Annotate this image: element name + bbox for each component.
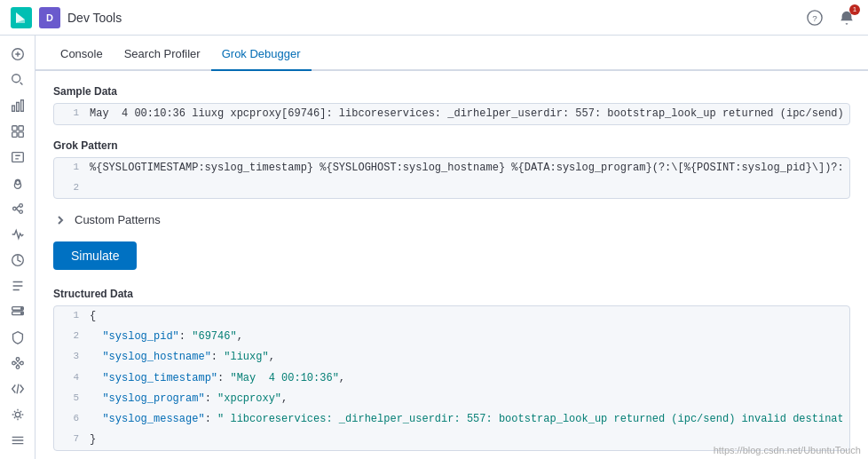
help-button[interactable]: ? [804, 7, 825, 28]
line-number: 4 [61, 370, 79, 386]
tab-search-profiler[interactable]: Search Profiler [114, 37, 211, 71]
app-title: Dev Tools [67, 11, 797, 25]
svg-rect-10 [18, 132, 22, 137]
simulate-button[interactable]: Simulate [53, 241, 137, 270]
svg-point-22 [16, 358, 20, 361]
line-number: 6 [61, 411, 79, 427]
notifications-button[interactable]: 1 [836, 7, 857, 28]
structured-data-line-6: 6 "syslog_message": " libcoreservices: _… [54, 409, 849, 430]
structured-data-label: Structured Data [53, 288, 850, 300]
grok-pattern-line-1: 1 %{SYSLOGTIMESTAMP:syslog_timestamp} %{… [54, 158, 849, 178]
svg-rect-8 [18, 125, 22, 130]
sidebar-icon-devtools[interactable] [4, 378, 32, 400]
line-content: May 4 00:10:36 liuxg xpcproxy[69746]: li… [90, 106, 842, 123]
structured-data-line-3: 3 "syslog_hostname": "liuxg", [54, 347, 849, 368]
line-content: "syslog_timestamp": "May 4 00:10:36", [90, 370, 842, 387]
sample-data-label: Sample Data [53, 85, 850, 98]
svg-point-15 [19, 210, 22, 214]
grok-pattern-label: Grok Pattern [53, 139, 850, 152]
structured-data-output: 1 { 2 "syslog_pid": "69746", 3 "syslog_h… [53, 305, 850, 451]
sidebar-icon-home[interactable] [4, 43, 32, 65]
line-content: { [90, 308, 842, 325]
line-content: "syslog_hostname": "liuxg", [90, 349, 842, 366]
svg-point-3 [12, 74, 20, 82]
line-content: "syslog_message": " libcoreservices: _di… [90, 411, 842, 428]
svg-rect-11 [12, 152, 23, 162]
line-number: 1 [61, 160, 79, 176]
structured-data-line-5: 5 "syslog_program": "xpcproxy", [54, 389, 849, 409]
sidebar-icon-apm[interactable] [4, 223, 32, 245]
sidebar-icon-discover[interactable] [4, 68, 32, 91]
topbar-actions: ? 1 [804, 7, 857, 28]
grok-pattern-line-2: 2 [54, 178, 849, 198]
svg-point-24 [16, 366, 20, 369]
line-content: "syslog_pid": "69746", [90, 328, 842, 345]
sidebar-icon-uptime[interactable] [4, 249, 32, 272]
tab-grok-debugger[interactable]: Grok Debugger [211, 37, 312, 71]
page-content: Sample Data 1 May 4 00:10:36 liuxg xpcpr… [36, 71, 868, 459]
sidebar-icon-menu[interactable] [4, 430, 32, 452]
chevron-right-icon [53, 213, 67, 227]
watermark: https://blog.csdn.net/UbuntuTouch [714, 445, 861, 455]
sidebar-icon-maps[interactable] [4, 171, 32, 194]
sidebar-icon-settings[interactable] [4, 404, 32, 426]
line-number: 2 [61, 180, 79, 196]
line-number: 1 [61, 106, 79, 122]
line-number: 3 [61, 349, 79, 365]
main-layout: Console Search Profiler Grok Debugger Sa… [0, 36, 868, 459]
svg-point-23 [20, 361, 23, 365]
sidebar-icon-logs[interactable] [4, 275, 32, 297]
structured-data-line-4: 4 "syslog_timestamp": "May 4 00:10:36", [54, 368, 849, 389]
content-area: Console Search Profiler Grok Debugger Sa… [36, 36, 868, 459]
svg-point-25 [15, 413, 20, 417]
svg-point-13 [12, 207, 16, 210]
svg-point-14 [19, 204, 22, 208]
svg-rect-9 [12, 132, 16, 137]
tab-console[interactable]: Console [50, 37, 114, 71]
svg-rect-4 [12, 106, 14, 111]
svg-point-20 [20, 313, 22, 314]
svg-text:?: ? [812, 12, 817, 22]
svg-rect-6 [20, 99, 23, 111]
line-number: 7 [61, 431, 79, 447]
structured-data-line-1: 1 { [54, 306, 849, 327]
custom-patterns-label: Custom Patterns [75, 213, 161, 226]
grok-pattern-editor[interactable]: 1 %{SYSLOGTIMESTAMP:syslog_timestamp} %{… [53, 157, 850, 199]
line-content: "syslog_program": "xpcproxy", [90, 391, 842, 408]
sidebar-icon-graph[interactable] [4, 352, 32, 375]
notification-badge: 1 [849, 4, 860, 15]
sidebar-icon-infra[interactable] [4, 301, 32, 323]
sidebar-icon-dashboard[interactable] [4, 120, 32, 142]
tabs-bar: Console Search Profiler Grok Debugger [36, 36, 868, 71]
svg-rect-7 [12, 125, 16, 130]
custom-patterns-toggle[interactable]: Custom Patterns [53, 213, 850, 227]
sample-data-editor[interactable]: 1 May 4 00:10:36 liuxg xpcproxy[69746]: … [53, 103, 850, 125]
sidebar-icon-ml[interactable] [4, 197, 32, 219]
sidebar [0, 36, 36, 459]
devtools-icon: D [39, 7, 60, 28]
line-number: 5 [61, 391, 79, 407]
sidebar-icon-visualize[interactable] [4, 94, 32, 116]
line-number: 1 [61, 308, 79, 324]
svg-point-21 [12, 361, 15, 365]
svg-point-19 [20, 308, 22, 310]
svg-rect-5 [16, 102, 19, 111]
sidebar-icon-canvas[interactable] [4, 146, 32, 168]
line-number: 2 [61, 328, 79, 344]
structured-data-line-2: 2 "syslog_pid": "69746", [54, 327, 849, 347]
kibana-logo [11, 7, 32, 28]
sidebar-icon-siem[interactable] [4, 327, 32, 349]
sample-data-line-1: 1 May 4 00:10:36 liuxg xpcproxy[69746]: … [54, 104, 849, 124]
topbar: D Dev Tools ? 1 [0, 0, 868, 36]
line-content: %{SYSLOGTIMESTAMP:syslog_timestamp} %{SY… [90, 160, 842, 177]
